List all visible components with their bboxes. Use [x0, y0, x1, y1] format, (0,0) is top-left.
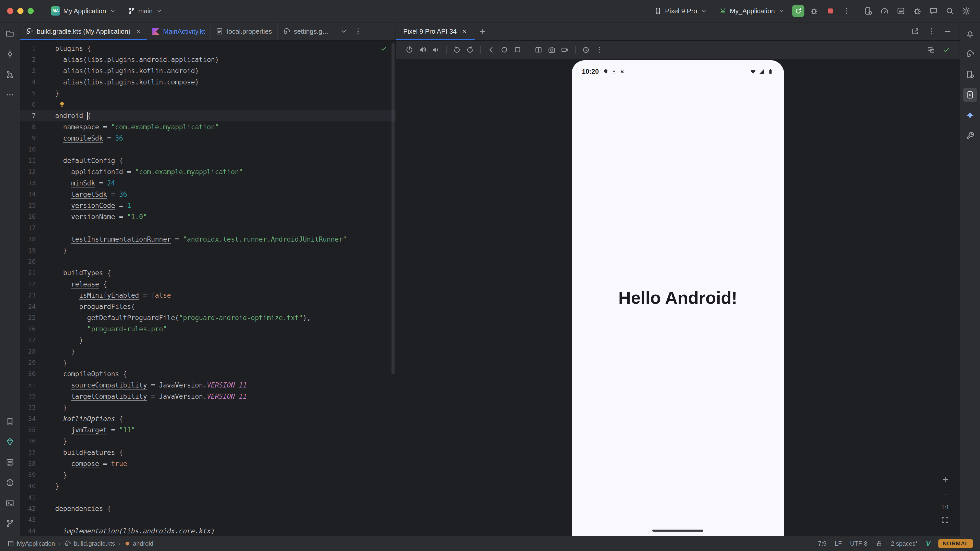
- more-vertical-button[interactable]: [593, 44, 605, 56]
- rerun-button[interactable]: [792, 5, 804, 17]
- app-insights-button[interactable]: [3, 435, 17, 449]
- device-manager-button[interactable]: [963, 67, 977, 82]
- code-line-2[interactable]: 2 alias(libs.plugins.android.application…: [21, 54, 396, 65]
- rotate-left-button[interactable]: [451, 44, 463, 56]
- code-line-17[interactable]: 17: [21, 222, 396, 233]
- code-line-44[interactable]: 44 implementation(libs.androidx.core.ktx…: [21, 526, 396, 536]
- code-line-38[interactable]: 38 compose = true: [21, 458, 396, 469]
- code-line-16[interactable]: 16 versionName = "1.0": [21, 211, 396, 222]
- ai-chat-button[interactable]: [927, 4, 940, 17]
- notifications-button[interactable]: [963, 27, 977, 41]
- gesture-bar[interactable]: [652, 530, 703, 532]
- breadcrumb-project[interactable]: MyApplication: [7, 540, 55, 547]
- code-line-26[interactable]: 26 "proguard-rules.pro": [21, 324, 396, 335]
- code-line-1[interactable]: 1plugins {: [21, 43, 396, 54]
- code-line-9[interactable]: 9 compileSdk = 36: [21, 133, 396, 144]
- zoom-in-button[interactable]: [939, 473, 951, 486]
- pull-requests-button[interactable]: [3, 67, 17, 82]
- code-line-27[interactable]: 27 ): [21, 335, 396, 346]
- code-line-42[interactable]: 42dependencies {: [21, 503, 396, 514]
- add-device-tab-button[interactable]: [475, 22, 490, 40]
- line-ending-widget[interactable]: LF: [835, 540, 842, 547]
- branch-widget[interactable]: main: [124, 5, 167, 17]
- code-line-30[interactable]: 30 compileOptions {: [21, 368, 396, 380]
- indent-widget[interactable]: 2 spaces*: [891, 540, 918, 547]
- code-line-28[interactable]: 28 }: [21, 346, 396, 357]
- open-in-new-button[interactable]: [908, 25, 922, 38]
- hidden-tabs-button[interactable]: [337, 25, 350, 38]
- build-tools-button[interactable]: [963, 129, 977, 143]
- code-line-19[interactable]: 19 }: [21, 245, 396, 256]
- bug-report-button[interactable]: [911, 4, 924, 17]
- code-line-23[interactable]: 23 isMinifyEnabled = false: [21, 290, 396, 301]
- device-tab[interactable]: Pixel 9 Pro API 34: [396, 22, 475, 40]
- code-line-36[interactable]: 36 }: [21, 436, 396, 447]
- display-mode-button[interactable]: [925, 44, 937, 56]
- tab-local-properties[interactable]: local.properties: [210, 22, 277, 40]
- breadcrumb-file[interactable]: build.gradle.kts: [64, 540, 115, 547]
- project-folder-button[interactable]: [3, 27, 17, 41]
- code-line-3[interactable]: 3 alias(libs.plugins.kotlin.android): [21, 65, 396, 76]
- fold-button[interactable]: [532, 44, 545, 56]
- stop-button[interactable]: [824, 4, 837, 17]
- profiler-button[interactable]: [878, 4, 891, 17]
- code-line-21[interactable]: 21 buildTypes {: [21, 267, 396, 279]
- volume-up-button[interactable]: [417, 44, 429, 56]
- search-everywhere-button[interactable]: [943, 4, 956, 17]
- more-vertical-button[interactable]: [925, 25, 938, 38]
- device-selector[interactable]: Pixel 9 Pro: [650, 5, 711, 17]
- more-horizontal-button[interactable]: [3, 88, 17, 102]
- code-line-33[interactable]: 33 }: [21, 402, 396, 413]
- problems-button[interactable]: [3, 475, 17, 490]
- code-line-25[interactable]: 25 getDefaultProguardFile("proguard-andr…: [21, 312, 396, 324]
- code-line-29[interactable]: 29 }: [21, 357, 396, 368]
- code-line-12[interactable]: 12 applicationId = "com.example.myapplic…: [21, 166, 396, 178]
- device-manager-button[interactable]: [862, 4, 875, 17]
- code-line-40[interactable]: 40}: [21, 481, 396, 492]
- code-line-8[interactable]: 8 namespace = "com.example.myapplication…: [21, 121, 396, 133]
- zoom-fit-button[interactable]: [939, 514, 951, 526]
- code-line-39[interactable]: 39 }: [21, 469, 396, 481]
- version-control-button[interactable]: [3, 516, 17, 530]
- editor-scrollbar[interactable]: [391, 43, 395, 375]
- power-button[interactable]: [403, 44, 415, 56]
- caret-position-widget[interactable]: 7:9: [818, 540, 826, 547]
- tab-options-button[interactable]: [352, 25, 365, 38]
- code-line-24[interactable]: 24 proguardFiles(: [21, 301, 396, 312]
- code-line-22[interactable]: 22 release {: [21, 279, 396, 290]
- code-line-10[interactable]: 10: [21, 144, 396, 155]
- running-devices-button[interactable]: [963, 88, 977, 102]
- bookmarks-button[interactable]: [3, 414, 17, 429]
- settings-button[interactable]: [959, 4, 973, 17]
- code-line-15[interactable]: 15 versionCode = 1: [21, 200, 396, 211]
- logcat-button[interactable]: [3, 455, 17, 469]
- code-line-37[interactable]: 37 buildFeatures {: [21, 447, 396, 458]
- code-line-32[interactable]: 32 targetCompatibility = JavaVersion.VER…: [21, 391, 396, 402]
- commit-button[interactable]: [3, 47, 17, 61]
- home-button[interactable]: [498, 44, 511, 56]
- close-icon[interactable]: [135, 28, 142, 35]
- code-line-11[interactable]: 11 defaultConfig {: [21, 155, 396, 166]
- code-line-35[interactable]: 35 jvmTarget = "11": [21, 424, 396, 436]
- logcat-button[interactable]: [894, 4, 907, 17]
- editor[interactable]: 1plugins {2 alias(libs.plugins.android.a…: [21, 41, 396, 536]
- code-line-13[interactable]: 13 minSdk = 24: [21, 178, 396, 189]
- code-line-4[interactable]: 4 alias(libs.plugins.kotlin.compose): [21, 76, 396, 88]
- overview-button[interactable]: [511, 44, 524, 56]
- close-icon[interactable]: [461, 28, 468, 35]
- screenshot-button[interactable]: [546, 44, 558, 56]
- gradle-button[interactable]: [963, 47, 977, 61]
- vim-mode-badge[interactable]: NORMAL: [939, 539, 973, 548]
- gemini-button[interactable]: [963, 108, 977, 122]
- breadcrumb-element[interactable]: android: [124, 540, 153, 547]
- snapshots-button[interactable]: [580, 44, 592, 56]
- tab-settings-gradle[interactable]: settings.g…: [277, 22, 334, 40]
- debug-button[interactable]: [808, 4, 821, 17]
- code-line-20[interactable]: 20: [21, 256, 396, 267]
- emulator-screen[interactable]: 10:20 Hello Android!: [572, 60, 784, 536]
- status-check-button[interactable]: [940, 44, 953, 56]
- tab-build-gradle-kts[interactable]: build.gradle.kts (My Application): [21, 22, 147, 40]
- code-line-7[interactable]: 7android {: [21, 110, 396, 121]
- code-line-6[interactable]: 6: [21, 99, 396, 110]
- inspection-check-icon[interactable]: [380, 45, 387, 52]
